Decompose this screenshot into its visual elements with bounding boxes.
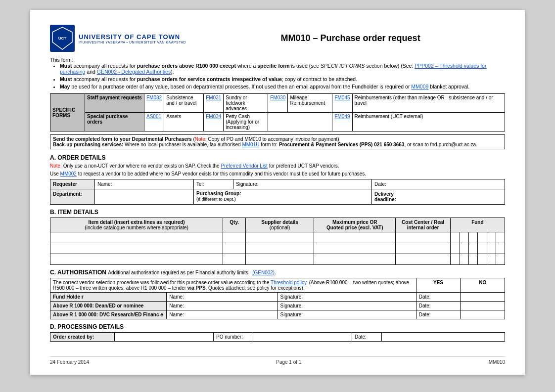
item-row-3 [50,254,505,265]
university-subtitle: IYUNIVESITHI YASEKAPA • UNIVERSITEIT VAN… [79,41,186,44]
fund-cell-6 [496,232,505,243]
fund-cell-3 [468,232,477,243]
send-line1: Send the completed form to your Departme… [53,136,502,142]
signature-label-a: Signature: [233,179,372,189]
above-100k-no [461,302,505,310]
footer: 24 February 2014 Page 1 of 1 MM010 [50,356,505,365]
threshold-policy-link[interactable]: Threshold policy [271,280,306,285]
footer-page-info: Page 1 of 1 [276,359,301,365]
fund-cell-13 [451,254,460,264]
above-1m-name: Name: [167,310,278,319]
processing-date-value[interactable] [382,333,505,342]
fm034-link[interactable]: FM034 [206,114,221,119]
fund-1[interactable] [450,232,505,243]
fund-holder-signature: Signature: [278,293,416,302]
item-row-2 [50,243,505,254]
footer-doc-ref: MM010 [489,359,505,365]
fund-holder-label: Fund Holde r [50,293,167,302]
item-detail-2[interactable] [50,243,223,254]
processing-table: Order created by: PO number: Date: [50,332,505,342]
processing-date-label: Date: [352,333,382,342]
name-field: Name: [95,179,194,189]
order-created-value[interactable] [115,333,214,342]
yes-label: YES [416,278,461,293]
uct-logo-icon: UCT [50,25,75,52]
intro-item-1: Must accompany all requests for purchase… [60,63,505,75]
gen002-auth-link[interactable]: (GEN002) [252,270,275,275]
fm031-desc: Sundry or fieldwork advances [224,94,268,113]
max-price-col-header: Maximum price ORQuoted price (excl. VAT) [314,218,396,232]
specific-forms-table: SPECIFICFORMS Staff payment requests FM0… [50,93,505,131]
above-1m-date: Date: [416,310,461,319]
intro-heading: This form: [50,57,73,63]
above-100k-label: Above R 100 000: Dean/ED or nominee [50,302,167,310]
fund-col-header: Fund [450,218,505,232]
staff-payment-label: Staff payment requests [85,94,144,113]
above-1m-signature: Signature: [278,310,416,319]
fund-2[interactable] [450,243,505,254]
logo-area: UCT UNIVERSITY OF CAPE TOWN IYUNIVESITHI… [50,25,186,52]
no-label: NO [461,278,505,293]
fm030-link[interactable]: FM030 [270,95,285,100]
intro-section: This form: Must accompany all requests f… [50,57,505,89]
above-1m-label: Above R 1 000 000: DVC Research/ED Finan… [50,310,167,319]
qty-1[interactable] [223,232,246,243]
auth-intro-text: The correct vendor selection procedure w… [50,278,416,293]
po-number-value[interactable] [253,333,352,342]
fund-3[interactable] [450,254,505,265]
mm01u-link[interactable]: MM01U [242,142,259,147]
fund-cell-14 [460,254,468,264]
page-title-area: MM010 – Purchase order request [196,33,505,44]
order-created-label: Order created by: [50,333,115,342]
fund-cell-4 [477,232,486,243]
mm009-link[interactable]: MM009 [411,84,428,89]
above-100k-date: Date: [416,302,461,310]
fund-cell-16 [477,254,486,264]
max-price-3[interactable] [314,254,396,265]
cost-center-2[interactable] [396,243,450,254]
above-100k-name: Name: [167,302,278,310]
supplier-3[interactable] [246,254,314,265]
section-a-header: A. ORDER DETAILS [50,154,505,161]
fund-holder-date: Date: [416,293,461,302]
above-100k-signature: Signature: [278,302,416,310]
qty-2[interactable] [223,243,246,254]
order-details-table: Requester Name: Tel: Signature: Date: De… [50,179,505,205]
fm032-link[interactable]: FM032 [146,95,162,100]
as001-desc: Assets [164,113,204,131]
fm032-desc: Subsistence and / or travel [164,94,204,113]
date-label-a: Date: [372,179,505,189]
item-detail-3[interactable] [50,254,223,265]
section-b-header: B. ITEM DETAILS [50,209,505,216]
as001-link[interactable]: AS001 [146,114,161,119]
preferred-vendor-link[interactable]: Preferred Vendor List [221,163,268,169]
fm031-link[interactable]: FM031 [206,95,221,100]
fund-cell-2 [460,232,468,243]
fund-cell-11 [487,243,496,254]
fund-cell-9 [468,243,477,254]
fund-cell-7 [451,243,460,254]
qty-col-header: Qty. [223,218,246,232]
fm045-link[interactable]: FM045 [334,95,350,100]
cost-center-col-header: Cost Center / Realinternal order [396,218,450,232]
fund-cell-12 [496,243,505,254]
supplier-2[interactable] [246,243,314,254]
delivery-deadline-cell: Deliverydeadline: [372,189,505,205]
section-c-header: C. AUTHORISATION Additional authorisatio… [50,269,505,276]
max-price-2[interactable] [314,243,396,254]
gen002-delegated-link[interactable]: GEN002 - Delegated Authorities [97,69,171,75]
supplier-col-header: Supplier details(optional) [246,218,314,232]
section-a-note2: Use MM002 to request a vendor to be adde… [50,171,505,176]
intro-item-2: Must accompany all requests for purchase… [60,76,505,82]
max-price-1[interactable] [314,232,396,243]
mm002-link[interactable]: MM002 [60,171,77,176]
supplier-1[interactable] [246,232,314,243]
fm049-link[interactable]: FM049 [334,114,350,119]
cost-center-3[interactable] [396,254,450,265]
auth-table: The correct vendor selection procedure w… [50,278,505,319]
qty-3[interactable] [223,254,246,265]
cost-center-1[interactable] [396,232,450,243]
item-detail-1[interactable] [50,232,223,243]
purchasing-group-cell: Purchasing Group:(If different to Dept.) [194,189,372,205]
intro-list: Must accompany all requests for purchase… [60,63,505,89]
